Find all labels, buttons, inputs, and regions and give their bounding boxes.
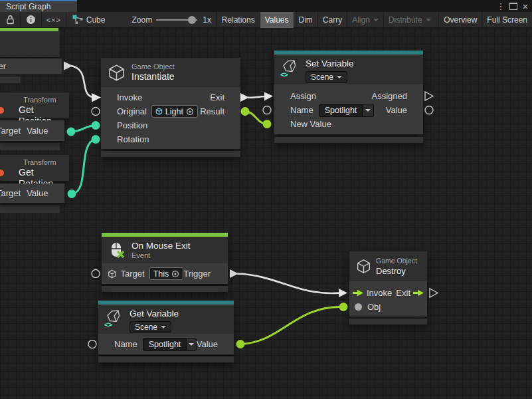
node-title: On Mouse Exit [132,240,191,251]
maximize-glyph [509,3,517,10]
chevron-down-icon [189,343,194,346]
port-row-rotation: Rotation [101,132,240,146]
gameobject-icon [155,108,163,115]
target-port-label: Target [121,269,145,279]
node-title: Get Variable [130,308,179,319]
zoom-value: 1x [201,12,216,28]
angle-brackets-icon: <> [104,321,112,329]
variable-name-dropdown[interactable]: Spotlight [319,104,375,117]
port-row-new-value: New Value [274,117,423,131]
node-category: Transform [19,96,69,104]
tab-script-graph[interactable]: Script Graph [0,0,77,12]
window-menu-icon[interactable]: ⋮ [495,0,506,12]
clipped-event-node[interactable]: Trigger [0,28,63,86]
port-row-assign: Assign Assigned [274,89,423,103]
graph-canvas[interactable] [0,28,532,399]
chevron-down-icon [426,19,431,21]
assigned-port-label: Assigned [372,91,407,101]
maximize-icon[interactable] [508,0,519,12]
graph-breadcrumb[interactable]: Cube [68,12,110,28]
node-header: Transform Get Position [0,92,69,118]
chevron-down-icon [365,109,371,112]
object-picker-icon[interactable] [186,108,194,116]
toolbar-button-fullscreen[interactable]: Full Screen [482,12,532,28]
object-field-value: This [153,269,169,279]
toolbar-button-carry[interactable]: Carry [317,12,347,28]
node-category: Game Object [376,257,417,265]
get-rotation-node[interactable]: Transform Get Rotation Target Value [0,155,73,213]
toolbar-button-relations[interactable]: Relations [217,12,260,28]
result-port-label: Result [200,106,224,116]
node-port-row: Trigger [0,59,62,74]
object-picker-icon[interactable] [171,270,179,278]
unity-variables-icon: <> [105,308,124,328]
name-port-label: Name [290,105,313,115]
invoke-port-label: Invoke [117,92,142,102]
variable-scope-dropdown[interactable]: Scene [306,71,347,83]
rotation-port-label: Rotation [117,134,149,144]
lock-button[interactable] [0,12,21,28]
graph-icon [72,15,83,25]
dropdown-arrow-button[interactable] [362,104,373,116]
obj-port-dot-icon[interactable] [355,303,362,311]
transform-icon [0,107,4,114]
mouse-exit-icon [108,241,126,259]
node-category: Transform [19,158,69,167]
toolbar-button-dim[interactable]: Dim [294,12,317,28]
code-icon: <×> [46,16,61,24]
node-header: Transform Get Rotation [0,155,69,181]
angle-brackets-icon: <> [280,70,288,78]
cube-icon [108,64,126,82]
obj-port-label: Obj [367,302,381,312]
node-footer [102,286,228,292]
zoom-slider-handle[interactable] [188,16,196,24]
scope-value: Scene [311,72,333,82]
destroy-node[interactable]: Game Object Destroy Invoke Exit Obj [349,251,427,325]
toolbar-button-values[interactable]: Values [260,12,294,28]
exit-port-label: Exit [396,288,410,298]
invoke-port-label: Invoke [367,288,392,298]
object-field-light[interactable]: Light [151,105,198,118]
node-footer [98,356,234,362]
node-footer [0,76,21,83]
object-field-this[interactable]: This [149,267,184,280]
dropdown-arrow-button[interactable] [186,338,195,350]
node-footer [0,143,60,150]
value-port-label: Value [27,188,48,198]
object-field-value: Light [165,107,183,116]
port-row-invoke-exit: Invoke Exit [101,90,240,104]
toolbar-button-align: Align [347,12,383,28]
close-icon[interactable]: × [520,0,531,12]
variable-name-value: Spotlight [143,338,187,350]
code-view-button[interactable]: <×> [42,12,66,28]
lock-icon [6,15,15,25]
port-row-target-trigger: Target This Trigger [102,266,228,281]
get-variable-node[interactable]: <> Get Variable Scene Name Spotlight Val… [98,301,234,362]
flow-arrow-icon[interactable] [413,289,424,297]
instantiate-node[interactable]: Game Object Instantiate Invoke Exit Orig… [101,58,240,157]
node-title: Set Variable [306,58,354,69]
value-port-label: Value [197,339,218,349]
flow-arrow-icon[interactable] [353,289,363,297]
get-position-node[interactable]: Transform Get Position Target Value [0,92,73,150]
node-header [0,31,60,57]
node-title: Destroy [376,265,417,277]
chevron-down-icon [373,19,379,21]
info-button[interactable]: i [21,12,41,28]
value-port-label: Value [27,126,48,136]
zoom-slider[interactable] [156,19,197,21]
gameobject-icon [108,269,117,279]
port-row-position: Position [101,118,240,132]
transform-icon [0,170,4,176]
name-port-label: Name [114,339,137,349]
node-footer [101,151,240,157]
variable-scope-dropdown[interactable]: Scene [130,321,171,333]
node-footer [349,319,427,325]
variable-name-dropdown[interactable]: Spotlight [143,338,197,351]
variable-name-value: Spotlight [319,104,363,116]
set-variable-node[interactable]: <> Set Variable Scene Assign Assigned Na… [274,51,423,143]
toolbar-button-overview[interactable]: Overview [438,12,482,28]
tab-bar: Script Graph ⋮ × [0,0,532,12]
target-port-label: Target [0,126,21,136]
on-mouse-exit-node[interactable]: On Mouse Exit Event Target This Trigger [102,233,228,292]
